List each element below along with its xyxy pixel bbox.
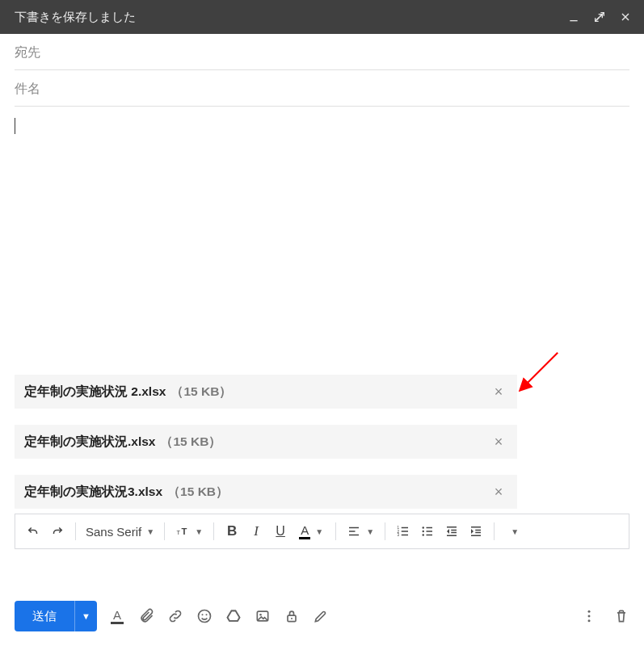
- svg-point-33: [199, 610, 211, 623]
- attachment-size: （15 KB）: [160, 434, 221, 451]
- svg-marker-27: [447, 529, 449, 534]
- drive-icon[interactable]: [225, 607, 242, 625]
- compose-actions: 送信 ▼ A: [15, 601, 629, 631]
- svg-point-41: [291, 618, 293, 619]
- attachment-size: （15 KB）: [167, 484, 229, 501]
- attachment-remove-button[interactable]: ×: [490, 434, 507, 451]
- underline-button[interactable]: U: [269, 519, 292, 543]
- send-button[interactable]: 送信: [15, 601, 74, 631]
- compose-right-icons: [581, 608, 629, 624]
- attachment-name: 定年制の実施状況3.xlsx: [24, 484, 162, 501]
- attachment-remove-button[interactable]: ×: [490, 384, 507, 401]
- attachment-row[interactable]: 定年制の実施状況.xlsx （15 KB） ×: [15, 425, 517, 459]
- to-field[interactable]: [15, 45, 629, 60]
- indent-increase-button[interactable]: [465, 519, 487, 543]
- compose-icon-row: A: [108, 607, 330, 625]
- close-button[interactable]: [618, 10, 633, 24]
- attachment-row[interactable]: 定年制の実施状況 2.xlsx （15 KB） ×: [15, 375, 517, 409]
- more-options-button[interactable]: [581, 608, 597, 624]
- svg-point-35: [206, 614, 208, 615]
- font-family-select[interactable]: Sans Serif ▼: [82, 525, 158, 539]
- redo-button[interactable]: [46, 519, 69, 543]
- popout-button[interactable]: [592, 10, 607, 24]
- numbered-list-button[interactable]: 123: [392, 519, 415, 543]
- attachment-remove-button[interactable]: ×: [490, 484, 507, 501]
- minimize-button[interactable]: [566, 10, 581, 24]
- subject-field[interactable]: [15, 82, 629, 96]
- chevron-down-icon: ▼: [366, 527, 374, 536]
- svg-text:3: 3: [398, 533, 400, 537]
- send-group: 送信 ▼: [15, 601, 97, 631]
- text-color-button[interactable]: A ▼: [293, 519, 329, 543]
- svg-point-38: [259, 614, 262, 616]
- svg-point-43: [588, 610, 591, 613]
- attachment-name: 定年制の実施状況 2.xlsx: [24, 384, 166, 401]
- svg-point-17: [423, 526, 424, 528]
- svg-text:T: T: [177, 529, 181, 536]
- align-button[interactable]: ▼: [343, 519, 378, 543]
- compose-body[interactable]: [0, 107, 644, 375]
- chevron-down-icon: ▼: [511, 527, 519, 536]
- font-family-label: Sans Serif: [86, 525, 141, 539]
- subject-field-row: [15, 70, 629, 107]
- indent-decrease-button[interactable]: [440, 519, 463, 543]
- discard-draft-button[interactable]: [613, 608, 629, 624]
- svg-point-44: [588, 615, 591, 618]
- more-format-button[interactable]: ▼: [501, 519, 524, 543]
- attachment-list: 定年制の実施状況 2.xlsx （15 KB） × 定年制の実施状況.xlsx …: [0, 375, 644, 509]
- undo-button[interactable]: [22, 519, 44, 543]
- svg-point-18: [423, 531, 424, 532]
- svg-point-34: [202, 614, 204, 615]
- signature-icon[interactable]: [312, 607, 330, 625]
- image-icon[interactable]: [254, 607, 271, 625]
- chevron-down-icon: ▼: [195, 527, 203, 536]
- compose-title: 下書きを保存しました: [15, 10, 566, 25]
- chevron-down-icon: ▼: [315, 527, 323, 536]
- text-caret: [15, 118, 15, 134]
- italic-button[interactable]: I: [245, 519, 267, 543]
- bold-button[interactable]: B: [221, 519, 243, 543]
- format-toolbar: Sans Serif ▼ TT ▼ B I U A ▼ ▼ 123 ▼: [15, 514, 629, 549]
- send-options-button[interactable]: ▼: [74, 601, 97, 631]
- attachment-name: 定年制の実施状況.xlsx: [24, 434, 155, 451]
- window-buttons: [566, 10, 633, 24]
- font-size-button[interactable]: TT ▼: [171, 519, 207, 543]
- confidential-icon[interactable]: [283, 607, 301, 625]
- compose-titlebar: 下書きを保存しました: [0, 0, 644, 34]
- chevron-down-icon: ▼: [146, 527, 154, 536]
- svg-point-19: [423, 534, 424, 535]
- link-icon[interactable]: [166, 607, 184, 625]
- emoji-icon[interactable]: [196, 607, 213, 625]
- attachment-row[interactable]: 定年制の実施状況3.xlsx （15 KB） ×: [15, 475, 517, 509]
- svg-marker-36: [228, 610, 240, 621]
- formatting-toggle-icon[interactable]: A: [108, 607, 126, 625]
- attachment-size: （15 KB）: [170, 384, 232, 401]
- svg-marker-32: [471, 529, 474, 534]
- svg-point-45: [588, 619, 591, 622]
- to-field-row: [15, 34, 629, 70]
- bullet-list-button[interactable]: [416, 519, 439, 543]
- svg-text:T: T: [182, 526, 187, 536]
- attach-icon[interactable]: [137, 607, 155, 625]
